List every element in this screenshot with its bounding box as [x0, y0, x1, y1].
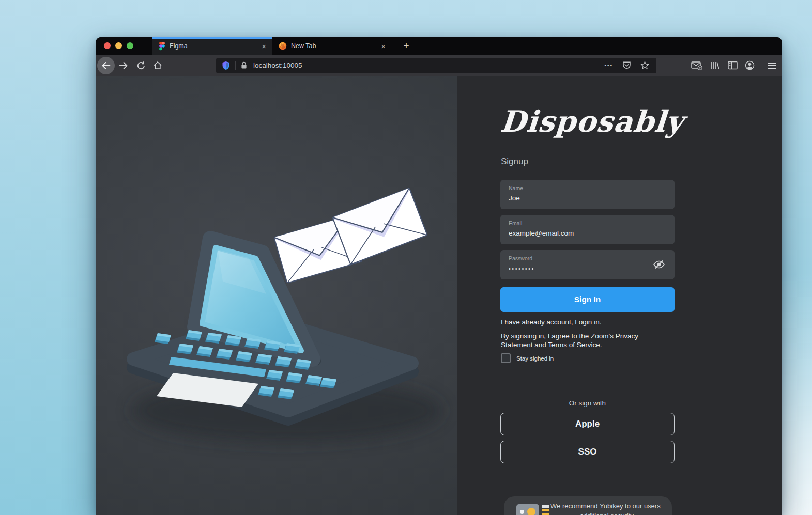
home-button[interactable]	[149, 57, 166, 74]
password-field-label: Password	[509, 255, 532, 261]
terms-text: By signsing in, I agree to the Zoom's Pr…	[501, 332, 657, 350]
forward-arrow-icon	[118, 61, 129, 70]
navigation-toolbar: localhost:10005 •••	[96, 55, 782, 76]
name-field[interactable]: Name Joe	[500, 180, 675, 209]
tab-close-icon[interactable]: ×	[262, 42, 266, 50]
tracking-protection-shield-icon[interactable]	[222, 61, 230, 70]
figma-favicon	[159, 41, 165, 51]
traffic-lights	[104, 42, 133, 49]
yubikey-icon	[516, 503, 551, 515]
tab-separator	[392, 41, 392, 51]
account-icon	[745, 60, 755, 70]
laptop-email-illustration	[96, 76, 457, 515]
or-sign-with-divider: Or sign with	[500, 399, 675, 407]
tab-new-tab[interactable]: New Tab ×	[272, 37, 392, 55]
close-window-button[interactable]	[104, 42, 111, 49]
page-actions-icon[interactable]: •••	[604, 63, 613, 68]
toolbar-separator	[761, 60, 761, 71]
sidebar-icon	[728, 61, 738, 70]
name-field-value[interactable]: Joe	[509, 194, 520, 202]
toggle-password-visibility-button[interactable]	[653, 259, 665, 272]
bookmark-star-icon[interactable]	[640, 61, 649, 70]
login-link[interactable]: Login in	[575, 318, 599, 326]
firefox-favicon	[279, 42, 287, 50]
back-button[interactable]	[97, 57, 115, 74]
reload-icon	[136, 61, 146, 70]
yubikey-note-line1: We recommend Yubikey to our users	[550, 502, 661, 510]
stay-signed-in-label: Stay sighed in	[516, 355, 554, 362]
yubikey-note-text: We recommend Yubikey to our users additi…	[550, 502, 663, 515]
reload-button[interactable]	[132, 57, 150, 74]
library-icon	[710, 61, 719, 70]
password-field[interactable]: Password ••••••••	[500, 250, 675, 279]
email-field-value[interactable]: example@email.com	[509, 229, 574, 237]
divider-label: Or sign with	[562, 399, 613, 407]
tab-label: New Tab	[291, 42, 377, 50]
desktop-background: Figma × New Tab × +	[0, 0, 812, 515]
yubikey-recommendation-card: We recommend Yubikey to our users additi…	[504, 496, 672, 515]
new-tab-button[interactable]: +	[397, 37, 415, 55]
home-icon	[153, 61, 162, 70]
account-button[interactable]	[745, 60, 755, 72]
address-bar[interactable]: localhost:10005 •••	[216, 58, 656, 73]
mail-button[interactable]	[691, 61, 702, 72]
divider-line-right	[613, 403, 675, 403]
lock-icon[interactable]	[241, 61, 247, 69]
mail-plus-icon	[691, 61, 702, 70]
minimize-window-button[interactable]	[115, 42, 122, 49]
brand-logo: Disposably	[499, 96, 677, 147]
browser-window: Figma × New Tab × +	[96, 37, 782, 515]
back-arrow-icon	[101, 61, 111, 70]
sidebar-button[interactable]	[728, 61, 738, 72]
tab-figma[interactable]: Figma ×	[152, 37, 272, 55]
signup-panel: Disposably Signup Name Joe Email example…	[457, 76, 782, 515]
urlbar-divider	[235, 61, 236, 70]
tab-close-icon[interactable]: ×	[381, 42, 386, 50]
url-text[interactable]: localhost:10005	[253, 61, 604, 69]
eye-off-icon	[653, 259, 665, 270]
login-prompt-period: .	[600, 318, 602, 326]
email-field[interactable]: Email example@email.com	[500, 215, 675, 244]
login-prompt-text: I have already account,	[501, 318, 575, 326]
library-button[interactable]	[710, 61, 719, 72]
apple-sign-in-button[interactable]: Apple	[500, 413, 675, 435]
tab-label: Figma	[170, 42, 257, 50]
illustration-canvas	[96, 76, 457, 515]
email-field-label: Email	[509, 220, 522, 226]
forward-button[interactable]	[115, 57, 132, 74]
name-field-label: Name	[509, 185, 523, 191]
sso-sign-in-button[interactable]: SSO	[500, 441, 675, 463]
sign-in-button[interactable]: Sign In	[500, 287, 675, 312]
hamburger-menu-icon	[767, 62, 776, 69]
password-field-value[interactable]: ••••••••	[509, 266, 535, 272]
maximize-window-button[interactable]	[127, 42, 133, 49]
stay-signed-in-row: Stay sighed in	[501, 353, 554, 363]
divider-line-left	[500, 403, 562, 403]
pocket-icon[interactable]	[622, 61, 631, 70]
yubikey-note-line2: additional security	[550, 511, 663, 515]
stay-signed-in-checkbox[interactable]	[501, 353, 511, 363]
login-prompt: I have already account, Login in.	[501, 318, 601, 326]
page-title: Signup	[501, 157, 528, 167]
menu-button[interactable]	[767, 62, 776, 71]
envelope-large	[332, 188, 427, 264]
page-content: Disposably Signup Name Joe Email example…	[96, 76, 782, 515]
tab-bar: Figma × New Tab × +	[96, 37, 782, 55]
